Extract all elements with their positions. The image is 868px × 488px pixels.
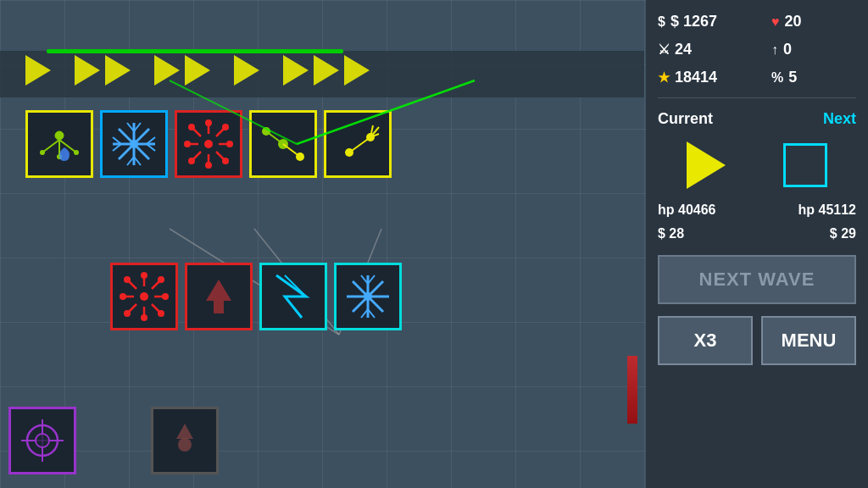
wave-cost-row: $ 28 $ 29 bbox=[658, 226, 856, 241]
arrow-up-icon: ↑ bbox=[771, 40, 778, 60]
tower-ice-2[interactable] bbox=[334, 263, 402, 330]
enemy-5b bbox=[314, 55, 339, 86]
progress-bar bbox=[47, 49, 343, 53]
towers-row-3 bbox=[8, 407, 219, 474]
money-stat: $ $ 1267 bbox=[658, 10, 743, 33]
svg-point-26 bbox=[184, 141, 191, 147]
arrow-value: 0 bbox=[783, 38, 792, 61]
svg-line-44 bbox=[349, 137, 370, 152]
crosshair-icon bbox=[17, 415, 68, 466]
enemy-group-3 bbox=[154, 55, 210, 86]
water-icon bbox=[34, 119, 85, 169]
svg-line-40 bbox=[266, 131, 283, 144]
svg-point-55 bbox=[141, 272, 147, 279]
tower-crosshair[interactable] bbox=[8, 407, 76, 474]
hearts-stat: ♥ 20 bbox=[771, 10, 856, 33]
towers-row-2 bbox=[110, 263, 402, 330]
percent-stat: % 5 bbox=[771, 66, 856, 89]
game-area bbox=[0, 0, 646, 488]
svg-line-41 bbox=[283, 144, 300, 157]
enemy-group-5 bbox=[283, 55, 370, 86]
enemy-2b bbox=[105, 55, 131, 86]
arrow-up-icon bbox=[193, 271, 244, 322]
x3-button[interactable]: X3 bbox=[658, 316, 753, 365]
svg-point-22 bbox=[205, 119, 212, 126]
svg-line-35 bbox=[216, 152, 224, 159]
hearts-value: 20 bbox=[785, 10, 802, 33]
stats-row-1: $ $ 1267 ♥ 20 bbox=[658, 10, 856, 33]
svg-point-28 bbox=[226, 141, 233, 147]
stats-row-2: ⚔ 24 ↑ 0 bbox=[658, 38, 856, 61]
next-cost: $ 29 bbox=[830, 226, 856, 241]
next-hp: hp 45112 bbox=[798, 202, 856, 218]
svg-point-67 bbox=[124, 310, 131, 317]
towers-row-1 bbox=[25, 110, 392, 178]
snowflake-icon-2 bbox=[342, 271, 393, 322]
enemies-row bbox=[25, 55, 370, 86]
enemy-3a bbox=[154, 55, 180, 86]
tower-burst-red-2[interactable] bbox=[110, 263, 178, 330]
next-enemy-preview bbox=[783, 143, 827, 187]
svg-point-61 bbox=[162, 293, 169, 300]
current-hp: hp 40466 bbox=[658, 202, 715, 218]
svg-point-59 bbox=[120, 293, 126, 300]
enemy-group-2 bbox=[75, 55, 131, 86]
svg-line-62 bbox=[129, 281, 136, 289]
svg-point-6 bbox=[74, 150, 79, 155]
svg-line-1 bbox=[42, 140, 59, 152]
enemy-5a bbox=[283, 55, 309, 86]
svg-marker-70 bbox=[206, 280, 231, 301]
star-icon: ★ bbox=[658, 68, 670, 88]
svg-line-66 bbox=[129, 304, 136, 312]
snowflake-icon bbox=[108, 119, 159, 169]
percent-icon: % bbox=[771, 68, 783, 88]
tower-burst-red[interactable] bbox=[175, 110, 242, 178]
svg-point-90 bbox=[178, 438, 192, 452]
svg-point-19 bbox=[130, 140, 138, 148]
tower-relay[interactable] bbox=[249, 110, 317, 178]
svg-line-68 bbox=[152, 304, 159, 312]
dark-arrow-icon bbox=[159, 415, 210, 466]
svg-point-4 bbox=[40, 150, 45, 155]
svg-point-65 bbox=[158, 276, 164, 283]
bottom-buttons: X3 MENU bbox=[658, 316, 856, 365]
next-wave-button[interactable]: NEXT WAVE bbox=[658, 255, 856, 304]
heart-icon: ♥ bbox=[771, 12, 780, 32]
svg-point-36 bbox=[222, 158, 229, 164]
svg-point-20 bbox=[204, 140, 213, 148]
svg-line-33 bbox=[193, 152, 201, 159]
star-stat: ★ 18414 bbox=[658, 66, 743, 89]
svg-point-57 bbox=[141, 314, 147, 321]
current-next-header: Current Next bbox=[658, 110, 856, 128]
sword-stat: ⚔ 24 bbox=[658, 38, 743, 61]
svg-point-24 bbox=[205, 162, 212, 169]
menu-button[interactable]: MENU bbox=[761, 316, 856, 365]
svg-point-69 bbox=[158, 310, 164, 317]
tower-empty-1[interactable] bbox=[185, 263, 253, 330]
enemy-5c bbox=[344, 55, 370, 86]
enemy-3b bbox=[185, 55, 210, 86]
svg-line-31 bbox=[216, 129, 224, 136]
current-label: Current bbox=[658, 110, 713, 128]
tower-lightning[interactable] bbox=[259, 263, 327, 330]
svg-line-29 bbox=[193, 129, 201, 136]
current-enemy-preview bbox=[687, 141, 726, 189]
tower-ice[interactable] bbox=[100, 110, 168, 178]
tower-dark-arrow[interactable] bbox=[151, 407, 219, 474]
arrow-stat: ↑ 0 bbox=[771, 38, 856, 61]
wave-hp-row: hp 40466 hp 45112 bbox=[658, 202, 856, 218]
svg-line-64 bbox=[152, 281, 159, 289]
tower-sniper[interactable] bbox=[324, 110, 392, 178]
divider-1 bbox=[658, 97, 856, 98]
sidebar: $ $ 1267 ♥ 20 ⚔ 24 ↑ 0 ★ 18414 % 5 Curre… bbox=[646, 0, 868, 488]
svg-point-63 bbox=[124, 276, 131, 283]
money-value: $ 1267 bbox=[670, 10, 717, 33]
sniper-icon bbox=[332, 119, 383, 169]
relay-icon bbox=[258, 119, 309, 169]
svg-point-34 bbox=[188, 158, 195, 164]
tower-water[interactable] bbox=[25, 110, 93, 178]
burst-red-icon bbox=[183, 119, 234, 169]
svg-point-53 bbox=[140, 292, 148, 301]
percent-value: 5 bbox=[788, 66, 797, 89]
svg-point-81 bbox=[364, 292, 372, 301]
